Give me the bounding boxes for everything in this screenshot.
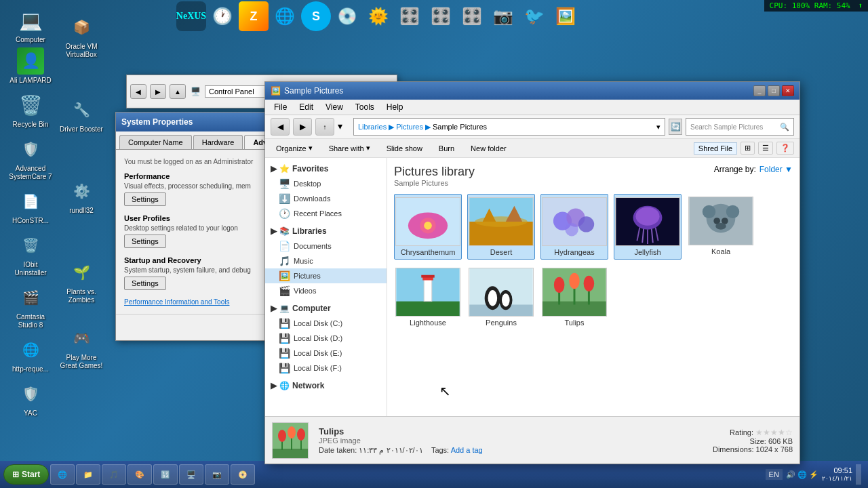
view-details-btn[interactable]: ☰ xyxy=(758,142,773,155)
menu-tools[interactable]: Tools xyxy=(350,101,380,113)
favorites-header[interactable]: ▶ ⭐ Favorites xyxy=(265,161,387,176)
address-dropdown-btn[interactable]: ▾ xyxy=(656,123,660,131)
clock-icon[interactable]: 🕐 xyxy=(208,1,237,31)
tab-hardware[interactable]: Hardware xyxy=(193,135,243,149)
computer-header[interactable]: ▶ 💻 Computer xyxy=(265,301,387,316)
slideshow-btn[interactable]: Slide show xyxy=(381,142,428,155)
tab-computer-name[interactable]: Computer Name xyxy=(119,135,192,149)
menu-file[interactable]: File xyxy=(269,101,292,113)
desktop-icon-plants-vs-zombies[interactable]: 🌱 Plants vs. Zombies xyxy=(58,259,105,304)
nav-item-local-e[interactable]: 💾 Local Disk (E:) xyxy=(265,346,387,361)
desktop-icon-computer[interactable]: 💻 Computer xyxy=(7,7,54,44)
image-jellyfish[interactable]: Jellyfish xyxy=(614,194,682,260)
tulips-thumb xyxy=(542,268,607,317)
explorer-close-btn[interactable]: ✕ xyxy=(782,85,794,96)
chrome-icon[interactable]: 🌐 xyxy=(270,1,300,31)
up-btn[interactable]: ↑ xyxy=(315,118,334,136)
desktop-icon-camtasia[interactable]: 🎬 Camtasia Studio 8 xyxy=(7,284,54,329)
skype-icon[interactable]: S xyxy=(301,1,331,31)
view-icons-btn[interactable]: ⊞ xyxy=(741,142,755,155)
tags-value[interactable]: Add a tag xyxy=(451,446,483,454)
user-profiles-settings-btn[interactable]: Settings xyxy=(124,235,166,248)
desktop-icon-recycle-bin[interactable]: 🗑️ Recycle Bin xyxy=(7,92,54,129)
image-chrysanthemum[interactable]: Chrysanthemum xyxy=(394,194,462,260)
status-thumbnail xyxy=(272,422,309,459)
nav-item-music[interactable]: 🎵 Music xyxy=(265,253,387,268)
address-bar[interactable]: Libraries ▶ Pictures ▶ Sample Pictures ▾ xyxy=(353,118,665,136)
nexus-icon[interactable]: NeXUS xyxy=(176,1,206,31)
menu-edit[interactable]: Edit xyxy=(294,101,319,113)
ctrl-up-btn[interactable]: ▲ xyxy=(170,84,186,99)
desktop-icon-ali-lampard[interactable]: 👤 Ali LAMPARD xyxy=(7,47,54,85)
taskbar-task-screen[interactable]: 🖥️ xyxy=(179,464,203,485)
minimize-monitor-icon[interactable]: ⬆ xyxy=(858,1,863,10)
image-koala[interactable]: Koala xyxy=(687,194,755,260)
start-button[interactable]: ⊞ Start xyxy=(3,464,49,485)
photo-icon[interactable]: 🖼️ xyxy=(551,1,580,31)
knob2-icon[interactable]: 🎛️ xyxy=(426,1,456,31)
arrange-by-dropdown[interactable]: Folder ▼ xyxy=(760,165,793,174)
forward-btn[interactable]: ▶ xyxy=(293,118,312,136)
shred-file-btn[interactable]: Shred File xyxy=(694,142,737,155)
burn-btn[interactable]: Burn xyxy=(433,142,460,155)
desktop-icon-iobit[interactable]: 🗑️ IObit Uninstaller xyxy=(7,232,54,277)
refresh-btn[interactable]: 🔄 xyxy=(669,119,682,135)
desktop-icon-driver-booster[interactable]: 🔧 Driver Booster xyxy=(58,96,105,134)
image-desert[interactable]: Desert xyxy=(467,194,535,260)
menu-help[interactable]: Help xyxy=(381,101,409,113)
desktop-icon-hconstr[interactable]: 📄 HConSTR... xyxy=(7,188,54,225)
taskbar-task-paint[interactable]: 🎨 xyxy=(127,464,152,485)
search-bar[interactable]: Search Sample Pictures 🔍 xyxy=(686,118,794,136)
image-hydrangeas[interactable]: Hydrangeas xyxy=(540,194,608,260)
libraries-header[interactable]: ▶ 📚 Libraries xyxy=(265,224,387,239)
help-btn[interactable]: ❓ xyxy=(776,142,794,155)
desktop-icon-http-reque[interactable]: 🌐 http-reque... xyxy=(7,336,54,373)
nav-item-downloads[interactable]: ⬇️ Downloads xyxy=(265,191,387,206)
nav-item-pictures[interactable]: 🖼️ Pictures xyxy=(265,268,387,283)
performance-settings-btn[interactable]: Settings xyxy=(124,192,166,206)
nav-item-documents[interactable]: 📄 Documents xyxy=(265,239,387,253)
knob1-icon[interactable]: 🎛️ xyxy=(395,1,425,31)
recent-btn[interactable]: ▾ xyxy=(338,121,350,133)
new-folder-btn[interactable]: New folder xyxy=(465,142,512,155)
startup-recovery-settings-btn[interactable]: Settings xyxy=(124,277,166,290)
desktop-icon-advanced-systemcare[interactable]: 🛡️ Advanced SystemCare 7 xyxy=(7,136,54,181)
nav-item-local-d[interactable]: 💾 Local Disk (D:) xyxy=(265,331,387,346)
disk1-icon[interactable]: 💿 xyxy=(332,1,362,31)
desktop-icon-rundll32[interactable]: ⚙️ rundll32 xyxy=(58,178,105,215)
nav-item-desktop[interactable]: 🖥️ Desktop xyxy=(265,176,387,191)
explorer-minimize-btn[interactable]: _ xyxy=(753,85,766,96)
desktop-icon-oracle-vm[interactable]: 📦 Oracle VM VirtualBox xyxy=(58,14,105,59)
taskbar-task-calculator[interactable]: 🔢 xyxy=(153,464,178,485)
share-with-btn[interactable]: Share with ▾ xyxy=(323,142,376,155)
taskbar-task-media2[interactable]: 📀 xyxy=(231,464,255,485)
explorer-restore-btn[interactable]: □ xyxy=(768,85,780,96)
taskbar-task-photo2[interactable]: 📷 xyxy=(205,464,229,485)
taskbar-task-media[interactable]: 🎵 xyxy=(102,464,126,485)
desktop-icon-yac[interactable]: 🛡️ YAC xyxy=(7,380,54,418)
organize-btn[interactable]: Organize ▾ xyxy=(271,142,318,155)
bird-icon[interactable]: 🐦 xyxy=(519,1,549,31)
menu-view[interactable]: View xyxy=(320,101,349,113)
start-label: Start xyxy=(22,470,40,479)
network-header[interactable]: ▶ 🌐 Network xyxy=(265,378,387,393)
sun-icon[interactable]: 🌞 xyxy=(363,1,393,31)
knob3-icon[interactable]: 🎛️ xyxy=(457,1,487,31)
nav-item-recent[interactable]: 🕐 Recent Places xyxy=(265,206,387,221)
zipzag-icon[interactable]: Z xyxy=(239,1,269,31)
cam-icon[interactable]: 📷 xyxy=(488,1,518,31)
back-btn[interactable]: ◀ xyxy=(271,118,290,136)
image-tulips[interactable]: Tulips xyxy=(540,265,608,329)
search-icon[interactable]: 🔍 xyxy=(780,123,789,131)
ctrl-forward-btn[interactable]: ▶ xyxy=(150,84,166,99)
nav-item-local-c[interactable]: 💾 Local Disk (C:) xyxy=(265,316,387,331)
desktop-icon-popcap[interactable]: 🎮 Play More Great Games! xyxy=(58,325,105,370)
show-desktop-btn[interactable] xyxy=(856,464,861,485)
image-penguins[interactable]: Penguins xyxy=(467,265,535,329)
nav-item-local-f[interactable]: 💾 Local Disk (F:) xyxy=(265,361,387,375)
nav-item-videos[interactable]: 🎬 Videos xyxy=(265,283,387,298)
ctrl-back-btn[interactable]: ◀ xyxy=(130,84,146,99)
image-lighthouse[interactable]: Lighthouse xyxy=(394,265,462,329)
taskbar-task-ie[interactable]: 🌐 xyxy=(50,464,75,485)
taskbar-task-explorer[interactable]: 📁 xyxy=(76,464,100,485)
